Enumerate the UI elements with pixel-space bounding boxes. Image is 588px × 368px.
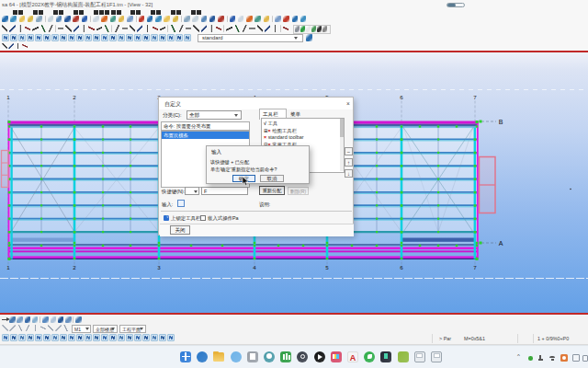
svg-text:3: 3 (157, 264, 161, 270)
svg-text:A: A (499, 240, 503, 247)
svg-text:2: 2 (73, 264, 76, 270)
svg-text:7: 7 (473, 264, 477, 270)
svg-text:7: 7 (473, 94, 477, 100)
svg-text:5: 5 (325, 264, 329, 270)
svg-text:1: 1 (6, 94, 10, 100)
svg-text:B: B (499, 118, 503, 124)
svg-text:2: 2 (73, 94, 76, 100)
svg-text:4: 4 (253, 264, 256, 270)
svg-text:6: 6 (400, 264, 403, 270)
svg-text:1: 1 (6, 264, 10, 270)
svg-text:6: 6 (400, 94, 403, 100)
